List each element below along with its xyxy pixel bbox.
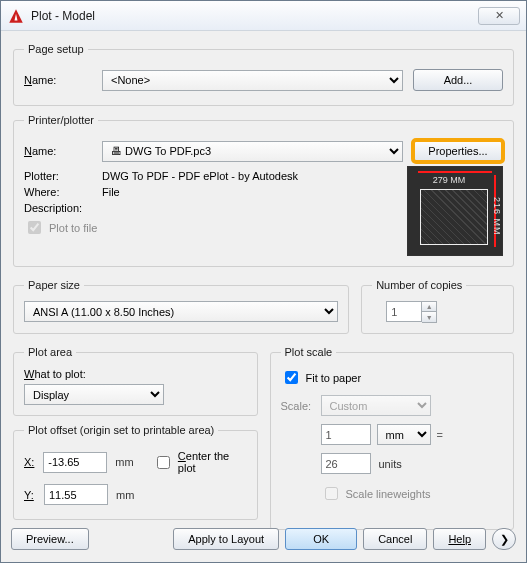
expand-button[interactable]: ❯: [492, 528, 516, 550]
center-plot-label: Center the plot: [178, 450, 247, 474]
page-setup-name-label: Name:: [24, 74, 102, 86]
scale-lineweights-checkbox: [325, 487, 338, 500]
scale-units-label: units: [379, 458, 402, 470]
close-icon: ✕: [495, 9, 504, 22]
scale-select: Custom: [321, 395, 431, 416]
printer-group: Printer/plotter Name: 🖶 DWG To PDF.pc3 P…: [13, 114, 514, 267]
what-to-plot-select[interactable]: Display: [24, 384, 164, 405]
plotter-value: DWG To PDF - PDF ePlot - by Autodesk: [102, 170, 298, 182]
copies-input: [386, 301, 422, 322]
plot-scale-group: Plot scale Fit to paper Scale: Custom mm…: [270, 346, 515, 530]
printer-legend: Printer/plotter: [24, 114, 98, 126]
description-label: Description:: [24, 202, 102, 214]
scale-denominator-input: [321, 453, 371, 474]
ok-button[interactable]: OK: [285, 528, 357, 550]
scale-lineweights-label: Scale lineweights: [346, 488, 431, 500]
plot-offset-group: Plot offset (origin set to printable are…: [13, 424, 258, 520]
window-title: Plot - Model: [31, 9, 95, 23]
properties-button[interactable]: Properties...: [413, 140, 503, 162]
preview-height-label: 216 MM: [492, 197, 502, 236]
scale-label: Scale:: [281, 400, 321, 412]
cancel-button[interactable]: Cancel: [363, 528, 427, 550]
page-setup-legend: Page setup: [24, 43, 88, 55]
offset-y-input[interactable]: [44, 484, 108, 505]
apply-to-layout-button[interactable]: Apply to Layout: [173, 528, 279, 550]
plot-offset-legend: Plot offset (origin set to printable are…: [24, 424, 218, 436]
help-button[interactable]: Help: [433, 528, 486, 550]
where-label: Where:: [24, 186, 102, 198]
offset-x-label: X:: [24, 456, 43, 468]
where-value: File: [102, 186, 120, 198]
scale-unit-select[interactable]: mm: [377, 424, 431, 445]
plot-to-file-checkbox: [28, 221, 41, 234]
app-icon: [7, 7, 25, 25]
close-button[interactable]: ✕: [478, 7, 520, 25]
offset-x-input[interactable]: [43, 452, 107, 473]
offset-y-label: Y:: [24, 489, 44, 501]
paper-preview: 279 MM 216 MM: [407, 166, 503, 256]
offset-y-units: mm: [116, 489, 134, 501]
printer-name-label: Name:: [24, 145, 102, 157]
scale-numerator-input: [321, 424, 371, 445]
offset-x-units: mm: [115, 456, 133, 468]
plot-area-group: Plot area What to plot: Display: [13, 346, 258, 416]
preview-width-label: 279 MM: [408, 175, 490, 185]
titlebar: Plot - Model ✕: [1, 1, 526, 31]
copies-legend: Number of copies: [372, 279, 466, 291]
preview-button[interactable]: Preview...: [11, 528, 89, 550]
printer-name-select[interactable]: 🖶 DWG To PDF.pc3: [102, 141, 403, 162]
fit-to-paper-checkbox[interactable]: [285, 371, 298, 384]
add-button[interactable]: Add...: [413, 69, 503, 91]
copies-spinner: ▲▼: [422, 301, 437, 323]
paper-size-group: Paper size ANSI A (11.00 x 8.50 Inches): [13, 279, 349, 334]
plot-to-file-label: Plot to file: [49, 222, 97, 234]
plot-scale-legend: Plot scale: [281, 346, 337, 358]
chevron-right-icon: ❯: [500, 533, 509, 546]
plotter-label: Plotter:: [24, 170, 102, 182]
plot-area-legend: Plot area: [24, 346, 76, 358]
fit-to-paper-label: Fit to paper: [306, 372, 362, 384]
paper-size-select[interactable]: ANSI A (11.00 x 8.50 Inches): [24, 301, 338, 322]
copies-group: Number of copies ▲▼: [361, 279, 514, 334]
center-plot-checkbox[interactable]: [157, 456, 170, 469]
page-setup-group: Page setup Name: <None> Add...: [13, 43, 514, 106]
what-to-plot-label: What to plot:: [24, 368, 247, 380]
paper-size-legend: Paper size: [24, 279, 84, 291]
equals-icon: =: [437, 429, 443, 441]
page-setup-name-select[interactable]: <None>: [102, 70, 403, 91]
